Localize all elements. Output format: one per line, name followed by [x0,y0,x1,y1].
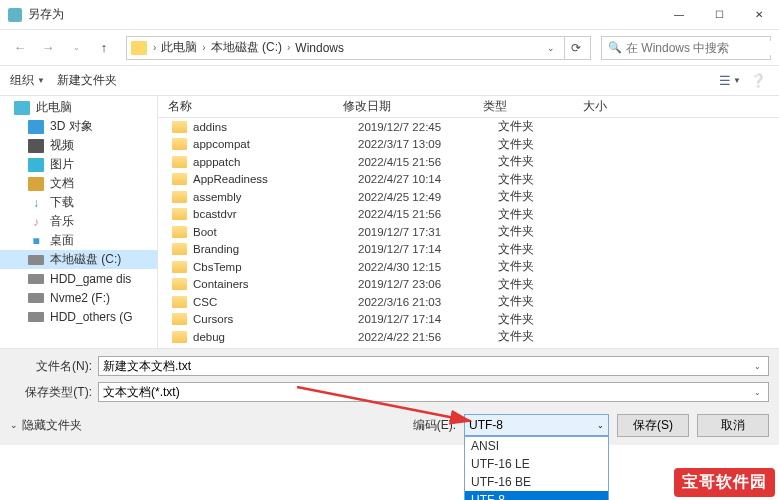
up-button[interactable]: ↑ [92,36,116,60]
maximize-button[interactable]: ☐ [699,0,739,30]
organize-menu[interactable]: 组织 ▼ [10,72,45,89]
file-row[interactable]: apppatch2022/4/15 21:56文件夹 [158,153,779,171]
file-date: 2022/4/15 21:56 [348,156,488,168]
sidebar-item[interactable]: 本地磁盘 (C:) [0,250,157,269]
sidebar-item[interactable]: 此电脑 [0,98,157,117]
sidebar-icon [28,255,44,265]
sidebar-item-label: Nvme2 (F:) [50,291,110,305]
file-row[interactable]: Containers2019/12/7 23:06文件夹 [158,276,779,294]
breadcrumb-sep: › [200,42,207,53]
bottom-panel: 文件名(N): 新建文本文档.txt ⌄ 保存类型(T): 文本文档(*.txt… [0,348,779,445]
sidebar-icon [28,177,44,191]
encoding-select[interactable]: UTF-8 ⌄ ANSIUTF-16 LEUTF-16 BEUTF-8带有 BO… [464,414,609,436]
sidebar-icon [28,274,44,284]
sidebar-item[interactable]: HDD_others (G [0,307,157,326]
file-row[interactable]: AppReadiness2022/4/27 10:14文件夹 [158,171,779,189]
file-date: 2022/4/22 21:56 [348,331,488,343]
sidebar-item-label: 下载 [50,194,74,211]
file-type: 文件夹 [488,189,588,204]
encoding-option[interactable]: UTF-16 BE [465,473,608,491]
file-list: 名称 修改日期 类型 大小 addins2019/12/7 22:45文件夹ap… [158,96,779,348]
column-name[interactable]: 名称 [158,98,333,115]
close-button[interactable]: ✕ [739,0,779,30]
breadcrumb-item[interactable]: Windows [292,41,347,55]
forward-button[interactable]: → [36,36,60,60]
file-date: 2019/12/7 22:45 [348,121,488,133]
breadcrumb-item[interactable]: 此电脑 [158,39,200,56]
breadcrumb-dropdown-icon[interactable]: ⌄ [540,37,562,59]
chevron-down-icon[interactable]: ⌄ [750,362,764,371]
file-row[interactable]: bcastdvr2022/4/15 21:56文件夹 [158,206,779,224]
sidebar-item[interactable]: 视频 [0,136,157,155]
help-button[interactable]: ❔ [747,72,769,90]
chevron-down-icon[interactable]: ⌄ [750,388,764,397]
sidebar-item[interactable]: 图片 [0,155,157,174]
back-button[interactable]: ← [8,36,32,60]
column-type[interactable]: 类型 [473,98,573,115]
folder-icon [172,261,187,273]
file-row[interactable]: assembly2022/4/25 12:49文件夹 [158,188,779,206]
filetype-select[interactable]: 文本文档(*.txt) ⌄ [98,382,769,402]
sidebar-item[interactable]: ■桌面 [0,231,157,250]
file-name: addins [193,121,348,133]
minimize-button[interactable]: — [659,0,699,30]
sidebar-icon [28,139,44,153]
watermark: 宝哥软件园 [674,468,775,497]
sidebar-item[interactable]: 3D 对象 [0,117,157,136]
file-date: 2022/4/15 21:56 [348,208,488,220]
sidebar-item[interactable]: HDD_game dis [0,269,157,288]
file-name: bcastdvr [193,208,348,220]
file-name: apppatch [193,156,348,168]
sidebar-icon: ♪ [28,215,44,229]
encoding-option[interactable]: UTF-8 [465,491,608,500]
save-button[interactable]: 保存(S) [617,414,689,437]
chevron-down-icon: ⌄ [597,421,604,430]
column-date[interactable]: 修改日期 [333,98,473,115]
file-type: 文件夹 [488,207,588,222]
search-box[interactable]: 🔍 [601,36,771,60]
column-headers: 名称 修改日期 类型 大小 [158,96,779,118]
cancel-button[interactable]: 取消 [697,414,769,437]
folder-icon [172,191,187,203]
folder-icon [172,138,187,150]
new-folder-button[interactable]: 新建文件夹 [57,72,117,89]
file-row[interactable]: debug2022/4/22 21:56文件夹 [158,328,779,346]
file-row[interactable]: appcompat2022/3/17 13:09文件夹 [158,136,779,154]
file-type: 文件夹 [488,329,588,344]
search-input[interactable] [626,41,776,55]
sidebar-icon [28,158,44,172]
file-row[interactable]: CbsTemp2022/4/30 12:15文件夹 [158,258,779,276]
breadcrumb-item[interactable]: 本地磁盘 (C:) [208,39,285,56]
file-row[interactable]: Cursors2019/12/7 17:14文件夹 [158,311,779,329]
recent-dropdown-icon[interactable]: ⌄ [64,36,88,60]
refresh-button[interactable]: ⟳ [564,37,586,59]
file-type: 文件夹 [488,312,588,327]
sidebar-icon: ■ [28,234,44,248]
file-row[interactable]: Branding2019/12/7 17:14文件夹 [158,241,779,259]
chevron-down-icon: ▼ [733,76,741,85]
encoding-option[interactable]: ANSI [465,437,608,455]
sidebar-item[interactable]: ↓下载 [0,193,157,212]
breadcrumb-sep: › [285,42,292,53]
file-row[interactable]: addins2019/12/7 22:45文件夹 [158,118,779,136]
file-type: 文件夹 [488,224,588,239]
view-options-button[interactable]: ☰▼ [719,72,741,90]
sidebar-icon [28,312,44,322]
file-name: assembly [193,191,348,203]
file-row[interactable]: Boot2019/12/7 17:31文件夹 [158,223,779,241]
folder-icon [172,173,187,185]
hide-folders-toggle[interactable]: ⌄ 隐藏文件夹 [10,417,82,434]
column-size[interactable]: 大小 [573,98,653,115]
file-row[interactable]: CSC2022/3/16 21:03文件夹 [158,293,779,311]
sidebar-item[interactable]: 文档 [0,174,157,193]
sidebar-item[interactable]: Nvme2 (F:) [0,288,157,307]
sidebar-item[interactable]: ♪音乐 [0,212,157,231]
encoding-option[interactable]: UTF-16 LE [465,455,608,473]
breadcrumb[interactable]: › 此电脑 › 本地磁盘 (C:) › Windows ⌄ ⟳ [126,36,591,60]
filetype-value: 文本文档(*.txt) [103,384,750,401]
filename-input[interactable]: 新建文本文档.txt ⌄ [98,356,769,376]
sidebar-item-label: 音乐 [50,213,74,230]
titlebar: 另存为 — ☐ ✕ [0,0,779,30]
file-date: 2022/4/27 10:14 [348,173,488,185]
sidebar-icon [28,293,44,303]
